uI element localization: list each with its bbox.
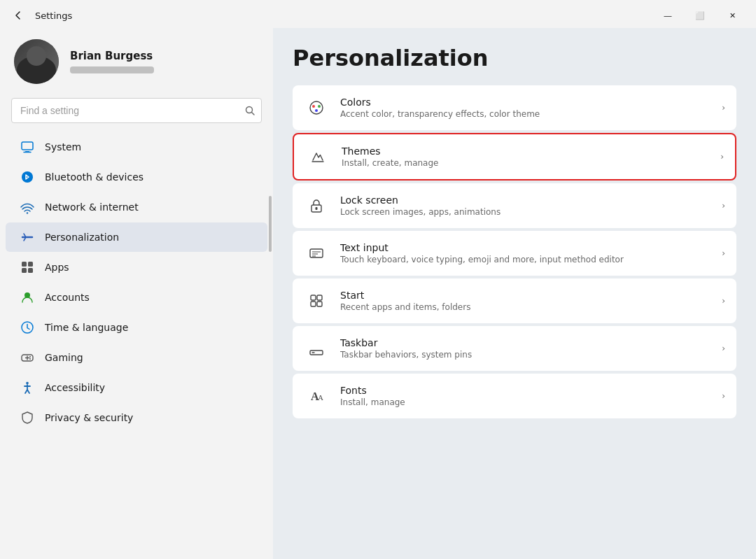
search-input[interactable] [11, 98, 262, 123]
settings-card-colors[interactable]: Colors Accent color, transparency effect… [293, 85, 736, 130]
settings-item-taskbar: Taskbar Taskbar behaviors, system pins › [293, 326, 736, 371]
settings-item-start-subtitle: Recent apps and items, folders [340, 302, 710, 312]
avatar [14, 39, 59, 84]
settings-item-fonts: A A Fonts Install, manage › [293, 374, 736, 418]
settings-item-colors-text: Colors Accent color, transparency effect… [340, 97, 710, 119]
fonts-icon: A A [304, 383, 329, 409]
sidebar-item-network[interactable]: Network & internet [6, 192, 267, 222]
svg-rect-9 [28, 262, 33, 267]
sidebar-item-accessibility[interactable]: Accessibility [6, 373, 267, 402]
settings-item-lockscreen-subtitle: Lock screen images, apps, animations [340, 207, 710, 217]
colors-icon [304, 95, 329, 120]
privacy-icon [20, 410, 35, 425]
sidebar-item-label: Personalization [45, 232, 119, 243]
sidebar-item-label: Accounts [45, 292, 90, 303]
sidebar-item-gaming[interactable]: Gaming [6, 343, 267, 372]
lockscreen-arrow: › [722, 201, 725, 211]
svg-point-6 [27, 212, 28, 213]
settings-item-start: Start Recent apps and items, folders › [293, 278, 736, 323]
svg-rect-35 [311, 295, 316, 300]
accessibility-icon [20, 380, 35, 395]
svg-point-26 [318, 105, 321, 108]
app-body: Brian Burgess [0, 28, 756, 559]
settings-card-fonts[interactable]: A A Fonts Install, manage › [293, 374, 736, 418]
accounts-icon [20, 290, 35, 305]
settings-item-colors-subtitle: Accent color, transparency effects, colo… [340, 109, 710, 119]
settings-item-themes-title: Themes [342, 146, 709, 157]
sidebar-item-personalization[interactable]: Personalization [6, 222, 267, 252]
scrollbar-thumb [269, 196, 272, 252]
bluetooth-icon [20, 169, 35, 185]
sidebar-item-privacy[interactable]: Privacy & security [6, 403, 267, 432]
fonts-arrow: › [722, 391, 725, 401]
svg-point-25 [312, 105, 315, 108]
settings-item-textinput-title: Text input [340, 242, 710, 253]
themes-icon [305, 144, 330, 169]
settings-card-lockscreen[interactable]: Lock screen Lock screen images, apps, an… [293, 183, 736, 228]
sidebar-item-label: Network & internet [45, 201, 139, 213]
svg-rect-38 [317, 302, 322, 306]
sidebar-item-label: System [45, 141, 81, 153]
svg-line-23 [27, 390, 29, 393]
lockscreen-icon [304, 193, 329, 218]
sidebar-item-label: Apps [45, 262, 69, 273]
svg-line-1 [252, 113, 255, 115]
settings-card-textinput[interactable]: Text input Touch keyboard, voice typing,… [293, 231, 736, 276]
start-arrow: › [722, 296, 725, 306]
settings-item-lockscreen: Lock screen Lock screen images, apps, an… [293, 183, 736, 228]
sidebar-item-system[interactable]: System [6, 132, 267, 162]
svg-rect-31 [310, 249, 323, 257]
maximize-button[interactable]: ⬜ [685, 4, 715, 27]
svg-rect-2 [22, 142, 33, 150]
user-subtitle [70, 66, 154, 73]
settings-card-taskbar[interactable]: Taskbar Taskbar behaviors, system pins › [293, 326, 736, 371]
sidebar-scrollbar[interactable] [269, 196, 272, 553]
sidebar-item-label: Gaming [45, 352, 83, 363]
settings-item-fonts-title: Fonts [340, 385, 710, 396]
themes-arrow: › [720, 152, 724, 162]
settings-item-colors-title: Colors [340, 97, 710, 108]
back-button[interactable] [8, 6, 28, 25]
page-title: Personalization [293, 45, 736, 71]
minimize-button[interactable]: — [652, 4, 683, 27]
sidebar-item-accounts[interactable]: Accounts [6, 283, 267, 312]
user-profile[interactable]: Brian Burgess [0, 28, 273, 95]
settings-item-textinput-text: Text input Touch keyboard, voice typing,… [340, 242, 710, 264]
title-bar: Settings — ⬜ ✕ [0, 0, 756, 28]
sidebar-item-apps[interactable]: Apps [6, 253, 267, 282]
settings-item-start-text: Start Recent apps and items, folders [340, 290, 710, 312]
avatar-image [14, 39, 59, 84]
sidebar-item-label: Privacy & security [45, 412, 133, 423]
svg-point-18 [29, 358, 31, 360]
sidebar-item-time[interactable]: Time & language [6, 313, 267, 342]
settings-item-colors: Colors Accent color, transparency effect… [293, 85, 736, 130]
svg-rect-11 [28, 268, 33, 273]
search-box [11, 98, 262, 123]
sidebar: Brian Burgess [0, 28, 273, 559]
start-icon [304, 288, 329, 313]
main-content: Personalization Colors Accent color, tra… [273, 28, 756, 559]
user-info: Brian Burgess [70, 50, 154, 73]
settings-item-taskbar-title: Taskbar [340, 337, 710, 348]
svg-point-5 [22, 171, 33, 183]
sidebar-item-bluetooth[interactable]: Bluetooth & devices [6, 162, 267, 192]
settings-item-start-title: Start [340, 290, 710, 301]
gaming-icon [20, 350, 35, 365]
svg-rect-37 [311, 302, 316, 306]
settings-item-fonts-text: Fonts Install, manage [340, 385, 710, 407]
svg-rect-10 [22, 268, 27, 273]
settings-item-taskbar-subtitle: Taskbar behaviors, system pins [340, 350, 710, 360]
settings-card-start[interactable]: Start Recent apps and items, folders › [293, 278, 736, 323]
close-button[interactable]: ✕ [717, 4, 748, 27]
taskbar-arrow: › [722, 344, 725, 353]
settings-card-themes[interactable]: Themes Install, create, manage › [293, 133, 736, 181]
settings-item-themes-subtitle: Install, create, manage [342, 158, 709, 168]
window-controls: — ⬜ ✕ [652, 4, 748, 27]
settings-item-textinput-subtitle: Touch keyboard, voice typing, emoji and … [340, 255, 710, 264]
apps-icon [20, 260, 35, 275]
svg-point-17 [29, 356, 31, 358]
svg-rect-36 [317, 295, 322, 300]
app-title: Settings [35, 10, 72, 21]
title-bar-left: Settings [8, 6, 72, 25]
svg-point-19 [26, 382, 29, 385]
